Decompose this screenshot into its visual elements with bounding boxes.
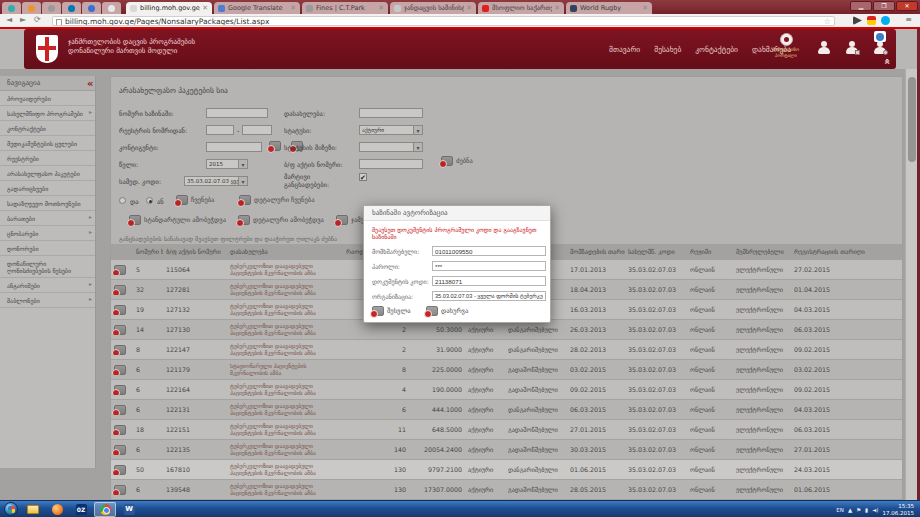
row-print-button[interactable]	[114, 385, 130, 395]
sidebar-item-4[interactable]: მედიკამენტების ცვლები	[0, 136, 95, 151]
sidebar-collapse-icon[interactable]: «	[87, 78, 93, 89]
sidebar-item-10[interactable]: ცნობარები▸	[0, 226, 95, 241]
sidebar-item-12[interactable]: დონაწილური ღონისძიებების წესები	[0, 256, 95, 278]
tab-close-icon[interactable]: ✕	[290, 4, 296, 12]
sidebar-item-6[interactable]: არასახელფასო პაკეტები	[0, 166, 95, 181]
act-number-input[interactable]	[359, 159, 423, 169]
skype-extension-icon[interactable]	[881, 16, 890, 25]
expand-icon[interactable]: ▸	[89, 108, 92, 115]
header-nav-item-3[interactable]: კონტაქტები	[695, 45, 738, 54]
header-nav-item-2[interactable]: შესახებ	[654, 45, 681, 54]
sidebar-item-9[interactable]: ბარათები▸	[0, 211, 95, 226]
show-detailed-button[interactable]: დეტალური ჩვენება	[239, 195, 314, 205]
tab-4[interactable]: ჯანდაცვის სამინისტრო...✕	[390, 2, 476, 14]
print-standard-button[interactable]: სტანდარტული ამობეჭდვა	[129, 215, 226, 225]
portal-link[interactable]: სამედიცინოპორტალი	[769, 33, 803, 59]
register-to-input[interactable]	[242, 125, 272, 135]
tab-close-icon[interactable]: ✕	[466, 4, 472, 12]
tab-2[interactable]: Google Translate✕	[214, 2, 300, 14]
scrollbar[interactable]	[905, 69, 917, 500]
sidebar-item-3[interactable]: კონტრაქტები	[0, 121, 95, 136]
radio-or[interactable]	[146, 197, 153, 204]
tab-5[interactable]: მსოფლიო საქართველო...✕	[478, 2, 564, 14]
organization-field[interactable]	[432, 291, 546, 301]
status-select[interactable]: აქტიური	[359, 125, 423, 135]
back-icon[interactable]: ◄	[6, 15, 12, 24]
row-print-button[interactable]	[114, 305, 130, 315]
modal-submit-button[interactable]: შესვლა	[372, 306, 411, 316]
row-print-button[interactable]	[114, 445, 130, 455]
user-field[interactable]	[432, 246, 546, 256]
minimize-button[interactable]: ▁	[850, 1, 872, 11]
contingent-pick-button[interactable]	[269, 141, 281, 151]
simple-checkbox[interactable]: ✔	[359, 173, 367, 181]
pinned-tab[interactable]	[102, 2, 121, 14]
user-icon[interactable]	[816, 41, 832, 55]
expand-icon[interactable]: ▸	[89, 295, 92, 302]
contingent-input[interactable]	[206, 142, 262, 152]
user-settings-icon[interactable]	[872, 41, 888, 55]
forward-icon[interactable]: ►	[20, 15, 26, 24]
clock[interactable]: 15:35 17.06.2015	[883, 503, 917, 517]
document-code-field[interactable]	[432, 276, 546, 286]
taskbar-explorer-button[interactable]	[22, 502, 44, 517]
sidebar-item-8[interactable]: სადაზღვევო მოთხოვნები	[0, 196, 95, 211]
print-detailed-button[interactable]: დეტალური ამობეჭდვა	[238, 215, 324, 225]
language-indicator[interactable]: EN	[836, 507, 844, 513]
sidebar-item-7[interactable]: გადარიცხვები	[0, 181, 95, 196]
password-field[interactable]	[432, 261, 546, 271]
year-select[interactable]: 2015	[206, 159, 248, 169]
collapse-header-icon[interactable]: «	[881, 58, 892, 64]
taskbar-firefox-button[interactable]	[46, 502, 68, 517]
taskbar-oz-button[interactable]: 0Z	[70, 502, 92, 517]
expand-icon[interactable]: ▸	[89, 228, 92, 235]
tab-3[interactable]: Fines | C.T.Park✕	[302, 2, 388, 14]
network-icon[interactable]: ▮	[865, 507, 868, 513]
taskbar-chrome-button[interactable]	[94, 502, 116, 517]
tab-6[interactable]: World Rugby✕	[566, 2, 652, 14]
treasury-number-input[interactable]	[206, 108, 268, 118]
sidebar-item-1[interactable]: პროვაიდერები	[0, 91, 95, 106]
pinned-tab[interactable]	[62, 2, 81, 14]
row-print-button[interactable]	[114, 345, 130, 355]
row-print-button[interactable]	[114, 425, 130, 435]
name-input[interactable]	[359, 108, 423, 118]
sidebar-item-2[interactable]: სახელმწიფო პროგრამები▸	[0, 106, 95, 121]
tab-close-icon[interactable]: ✕	[554, 4, 560, 12]
user-document-icon[interactable]	[844, 41, 860, 55]
row-print-button[interactable]	[114, 405, 130, 415]
tab-close-icon[interactable]: ✕	[202, 4, 208, 12]
sidebar-item-14[interactable]: შაბლონები▸	[0, 293, 95, 308]
pinned-tab[interactable]	[42, 2, 61, 14]
pinned-tab[interactable]	[2, 2, 21, 14]
show-button[interactable]: ჩვენება	[176, 195, 214, 205]
search-button[interactable]: ძებნა	[441, 156, 473, 166]
row-print-button[interactable]	[114, 265, 130, 275]
register-from-input[interactable]	[206, 125, 234, 135]
row-print-button[interactable]	[114, 365, 130, 375]
row-print-button[interactable]	[114, 465, 130, 475]
close-button[interactable]: ✕	[896, 1, 918, 11]
sidebar-item-11[interactable]: დონორები	[0, 241, 95, 256]
row-print-button[interactable]	[114, 285, 130, 295]
scrollbar-thumb[interactable]	[908, 77, 916, 162]
maximize-button[interactable]: ❐	[873, 1, 895, 11]
translate-extension-icon[interactable]	[853, 16, 862, 25]
radio-and[interactable]	[119, 197, 126, 204]
row-print-button[interactable]	[114, 325, 130, 335]
med-code-select[interactable]: 35.03.02.07.03 ყველა	[184, 176, 248, 186]
row-print-button[interactable]	[114, 485, 130, 495]
url-input[interactable]: billing.moh.gov.ge/Pages/NonsalaryPackag…	[52, 16, 835, 26]
tab-close-icon[interactable]: ✕	[642, 4, 648, 12]
start-button[interactable]	[4, 502, 18, 516]
extension-icon[interactable]	[867, 16, 876, 25]
menu-icon[interactable]: ≡	[905, 15, 912, 24]
header-nav-item-1[interactable]: მთავარი	[609, 45, 640, 54]
expand-icon[interactable]: ▸	[89, 280, 92, 287]
tray-expand-icon[interactable]: ▲	[848, 507, 852, 513]
pinned-tab[interactable]	[82, 2, 101, 14]
volume-icon[interactable]: ◄)	[872, 507, 878, 513]
status-reason-select[interactable]	[359, 142, 423, 152]
globe-icon[interactable]	[874, 31, 886, 42]
refresh-icon[interactable]: ⟳	[34, 15, 41, 24]
